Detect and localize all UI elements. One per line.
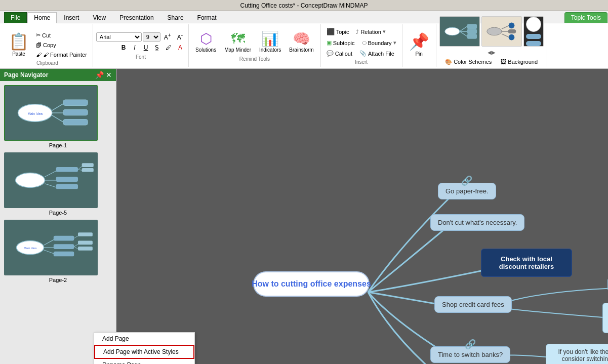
background-button[interactable]: 🖼 Background (498, 57, 540, 66)
italic-button[interactable]: I (130, 43, 140, 52)
font-family-select[interactable]: Arial (96, 32, 142, 42)
tab-topic-tools[interactable]: Topic Tools (564, 12, 607, 23)
sidebar-scroll[interactable]: Main Idea Page-1 (0, 81, 116, 364)
title-bar: Cutting Office costs* - ConceptDraw MIND… (0, 0, 608, 11)
svg-text:Main Idea: Main Idea (27, 112, 43, 115)
svg-point-9 (487, 27, 501, 35)
svg-rect-5 (467, 24, 477, 29)
font-color-button[interactable]: A (175, 43, 185, 52)
callout-button[interactable]: 💬 Callout (324, 49, 355, 58)
sidebar-pin-button[interactable]: 📌 (95, 71, 104, 79)
theme-preview-3[interactable] (523, 16, 544, 47)
page-thumb-img-5 (4, 152, 98, 208)
node-credit[interactable]: Shop credit card fees (434, 296, 512, 313)
svg-rect-6 (467, 29, 477, 34)
underline-button[interactable]: U (141, 43, 151, 52)
format-painter-button[interactable]: 🖌 🖌 Format Painter (33, 50, 90, 59)
tab-share[interactable]: Share (161, 12, 190, 23)
font-size-select[interactable]: 9 (143, 32, 160, 42)
brainstorm-icon: 🧠 (293, 32, 310, 46)
map-minder-button[interactable]: 🗺 Map Minder (221, 29, 255, 55)
node-cut[interactable]: Don't cut what's necessary. (430, 214, 524, 231)
sidebar-header: Page Navigator 📌 ✕ (0, 69, 116, 81)
chain-icon-banks[interactable]: 🔗 (465, 339, 476, 350)
callout-icon: 💬 (327, 50, 334, 57)
boundary-button[interactable]: ⬭ Boundary ▾ (359, 38, 399, 48)
paste-button[interactable]: 📋 Paste (5, 29, 32, 59)
svg-rect-14 (508, 29, 516, 33)
node-discount[interactable]: Check with local discount retailers (481, 249, 572, 277)
ribbon: 📋 Paste ✂ Cut 🗐 Copy 🖌 🖌 Format Painter (0, 23, 608, 69)
tab-home[interactable]: Home (27, 12, 57, 23)
svg-point-1 (444, 27, 459, 35)
grow-font-button[interactable]: A+ (161, 31, 174, 42)
tab-format[interactable]: Format (191, 12, 223, 23)
highlight-button[interactable]: 🖊 (163, 43, 174, 52)
shrink-font-button[interactable]: A- (175, 31, 185, 42)
remind-tools-group: ⬡ Solutions 🗺 Map Minder 📊 Indicators 🧠 … (189, 24, 321, 67)
solutions-icon: ⬡ (200, 32, 212, 46)
svg-rect-35 (82, 163, 94, 167)
svg-rect-31 (56, 177, 78, 182)
node-cc-save[interactable]: See if you can save a few percentage poi… (602, 303, 608, 333)
svg-rect-30 (56, 167, 78, 172)
paste-icon: 📋 (9, 32, 29, 51)
map-minder-icon: 🗺 (231, 32, 245, 46)
bold-button[interactable]: B (118, 43, 129, 52)
svg-rect-22 (63, 100, 88, 106)
format-painter-label: 🖌 Format Painter (43, 52, 87, 58)
svg-rect-24 (63, 119, 88, 126)
tab-presentation[interactable]: Presentation (113, 12, 160, 23)
chain-icon-paper[interactable]: 🔗 (461, 175, 472, 186)
svg-rect-7 (467, 33, 477, 38)
solutions-button[interactable]: ⬡ Solutions (192, 29, 220, 55)
pin-group: 📌 Pin . (402, 24, 436, 67)
relation-button[interactable]: ⤴ Relation ▾ (353, 27, 388, 36)
tab-file[interactable]: File (4, 12, 27, 23)
pin-button[interactable]: 📌 Pin (406, 29, 433, 59)
context-menu-add-page[interactable]: Add Page (94, 333, 116, 345)
sidebar-close-button[interactable]: ✕ (106, 71, 112, 79)
node-paper[interactable]: 🔗 Go paper-free. (438, 183, 496, 199)
canvas[interactable]: How to cutting office expenses 🔗 Go pape… (116, 69, 608, 364)
svg-point-26 (16, 173, 45, 188)
svg-rect-23 (63, 109, 88, 115)
main-node[interactable]: How to cutting office expenses (253, 271, 370, 297)
svg-rect-47 (78, 232, 93, 236)
context-menu: Add Page Add Page with Active Styles Ren… (94, 332, 116, 364)
copy-label: Copy (43, 42, 56, 48)
subtopic-icon: ▣ (327, 39, 332, 46)
sidebar-header-actions: 📌 ✕ (95, 71, 112, 79)
svg-rect-32 (56, 184, 78, 189)
brainstorm-button[interactable]: 🧠 Brainstorm (286, 29, 317, 55)
clipboard-group: 📋 Paste ✂ Cut 🗐 Copy 🖌 🖌 Format Painter (2, 24, 93, 67)
attach-file-button[interactable]: 📎 Attach File (357, 49, 397, 58)
topic-button[interactable]: ⬛ Topic (324, 26, 352, 37)
svg-rect-45 (54, 252, 74, 257)
tab-view[interactable]: View (86, 12, 112, 23)
svg-point-15 (508, 34, 514, 40)
color-schemes-button[interactable]: 🎨 Color Schemes (442, 57, 494, 67)
indicators-icon: 📊 (261, 32, 279, 46)
page-thumb-5[interactable]: Page-5 (4, 152, 112, 216)
node-banks-ans[interactable]: If you don't like the answers, consider … (546, 344, 608, 364)
indicators-button[interactable]: 📊 Indicators (256, 29, 285, 55)
copy-button[interactable]: 🗐 Copy (33, 41, 90, 50)
page-thumb-1[interactable]: Main Idea Page-1 (4, 85, 112, 148)
map-theme-group: ◀▶ 🎨 Color Schemes 🖼 Background Map Them… (436, 24, 547, 67)
cut-button[interactable]: ✂ Cut (33, 30, 90, 40)
page-thumb-2[interactable]: Main Idea Page-2 (4, 220, 112, 283)
theme-preview-1[interactable] (439, 16, 480, 47)
svg-rect-36 (82, 168, 94, 172)
theme-preview-2[interactable] (481, 16, 522, 47)
subtopic-button[interactable]: ▣ Subtopic (324, 38, 357, 48)
svg-rect-51 (78, 247, 93, 251)
context-menu-add-page-styles[interactable]: Add Page with Active Styles (94, 345, 116, 359)
cut-icon: ✂ (36, 32, 40, 38)
connections-svg (116, 69, 608, 364)
strikethrough-button[interactable]: S̲ (152, 43, 162, 52)
tab-insert[interactable]: Insert (57, 12, 86, 23)
title-text: Cutting Office costs* - ConceptDraw MIND… (240, 2, 368, 9)
context-menu-rename-page[interactable]: Rename Page (94, 359, 116, 364)
node-banks[interactable]: 🔗 Time to switch banks? (430, 346, 510, 363)
